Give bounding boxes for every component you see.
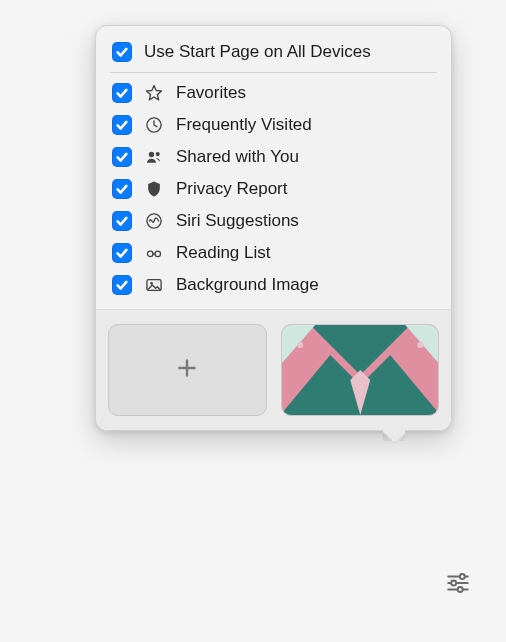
option-use-on-all-devices[interactable]: Use Start Page on All Devices bbox=[96, 36, 451, 72]
option-favorites[interactable]: Favorites bbox=[96, 77, 451, 109]
checkbox[interactable] bbox=[112, 147, 132, 167]
checkbox[interactable] bbox=[112, 42, 132, 62]
option-label: Background Image bbox=[176, 275, 319, 295]
glasses-icon bbox=[144, 243, 164, 263]
option-reading-list[interactable]: Reading List bbox=[96, 237, 451, 269]
svg-point-18 bbox=[297, 342, 303, 348]
option-frequently-visited[interactable]: Frequently Visited bbox=[96, 109, 451, 141]
svg-point-19 bbox=[417, 342, 423, 348]
checkbox[interactable] bbox=[112, 83, 132, 103]
svg-point-3 bbox=[156, 152, 160, 156]
svg-point-5 bbox=[148, 251, 154, 257]
option-label: Frequently Visited bbox=[176, 115, 312, 135]
shield-icon bbox=[144, 179, 164, 199]
svg-point-21 bbox=[460, 574, 465, 579]
start-page-customize-popover: Use Start Page on All Devices Favorites … bbox=[95, 25, 452, 431]
sliders-icon bbox=[445, 569, 471, 600]
divider bbox=[110, 72, 437, 73]
svg-point-23 bbox=[451, 580, 456, 585]
svg-point-25 bbox=[458, 587, 463, 592]
option-label: Favorites bbox=[176, 83, 246, 103]
option-label: Shared with You bbox=[176, 147, 299, 167]
customize-start-page-button[interactable] bbox=[444, 570, 472, 598]
option-label: Privacy Report bbox=[176, 179, 287, 199]
svg-point-2 bbox=[149, 152, 154, 157]
checkbox[interactable] bbox=[112, 275, 132, 295]
svg-point-8 bbox=[150, 282, 153, 285]
checkbox[interactable] bbox=[112, 211, 132, 231]
option-label: Siri Suggestions bbox=[176, 211, 299, 231]
option-privacy-report[interactable]: Privacy Report bbox=[96, 173, 451, 205]
checkbox[interactable] bbox=[112, 243, 132, 263]
option-siri-suggestions[interactable]: Siri Suggestions bbox=[96, 205, 451, 237]
checkbox[interactable] bbox=[112, 115, 132, 135]
clock-icon bbox=[144, 115, 164, 135]
svg-marker-0 bbox=[147, 86, 162, 100]
star-icon bbox=[144, 83, 164, 103]
people-icon bbox=[144, 147, 164, 167]
add-background-button[interactable] bbox=[108, 324, 267, 416]
option-background-image[interactable]: Background Image bbox=[96, 269, 451, 301]
popover-arrow bbox=[383, 429, 405, 441]
image-icon bbox=[144, 275, 164, 295]
plus-icon bbox=[174, 355, 200, 386]
background-thumbnails bbox=[96, 309, 451, 430]
svg-point-6 bbox=[155, 251, 161, 257]
option-label: Use Start Page on All Devices bbox=[144, 42, 371, 62]
checkbox[interactable] bbox=[112, 179, 132, 199]
siri-icon bbox=[144, 211, 164, 231]
option-label: Reading List bbox=[176, 243, 271, 263]
option-shared-with-you[interactable]: Shared with You bbox=[96, 141, 451, 173]
background-preset-butterfly[interactable] bbox=[281, 324, 440, 416]
